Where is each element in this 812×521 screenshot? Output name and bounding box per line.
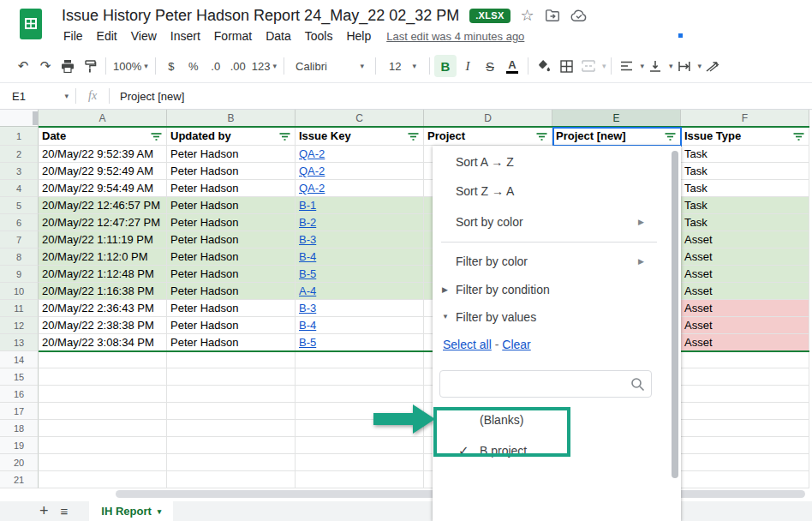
cell-A8[interactable]: 20/May/22 1:12:0 PM [39, 249, 167, 266]
cell-B6[interactable]: Peter Hadson [167, 214, 296, 231]
cell-B20[interactable] [167, 454, 296, 471]
issue-key-link[interactable]: B-1 [299, 199, 316, 212]
all-sheets-button[interactable]: ≡ [61, 504, 68, 518]
font-family-select[interactable]: Calibri▾ [289, 55, 371, 77]
increase-decimal-button[interactable]: .00 [227, 55, 249, 77]
cell-C2[interactable]: QA-2 [296, 146, 424, 163]
cell-C5[interactable]: B-1 [296, 197, 424, 214]
cell-C7[interactable]: B-3 [296, 231, 424, 249]
fill-color-button[interactable] [533, 55, 555, 77]
issue-key-link[interactable]: B-5 [299, 267, 316, 280]
row-header-2[interactable]: 2 [0, 146, 39, 163]
cloud-saved-icon[interactable] [570, 9, 588, 22]
chevron-down-icon[interactable]: ▾ [602, 62, 606, 70]
print-button[interactable] [57, 55, 79, 77]
cell-F19[interactable] [681, 437, 809, 454]
column-header-C[interactable]: C [296, 110, 424, 127]
document-title[interactable]: Issue History Peter Hadson Report 24_May… [62, 7, 459, 25]
row-header-18[interactable]: 18 [0, 420, 39, 437]
sort-a-to-z-item[interactable]: Sort A → Z [433, 149, 666, 175]
merge-cells-button[interactable] [577, 55, 600, 77]
cell-B4[interactable]: Peter Hadson [167, 180, 296, 197]
cell-F14[interactable] [681, 351, 809, 368]
row-header-8[interactable]: 8 [0, 249, 39, 266]
cell-B21[interactable] [167, 471, 296, 488]
sort-z-to-a-item[interactable]: Sort Z → A [433, 178, 666, 204]
format-percent-button[interactable]: % [182, 55, 205, 77]
menu-tools[interactable]: Tools [298, 27, 340, 45]
chevron-down-icon[interactable]: ▾ [669, 62, 673, 70]
clear-link[interactable]: Clear [502, 338, 530, 351]
formula-input[interactable]: Project [new] [110, 90, 184, 103]
row-header-17[interactable]: 17 [0, 403, 39, 420]
font-size-select[interactable]: 12▾ [380, 55, 425, 77]
cell-B17[interactable] [167, 403, 296, 420]
cell-B8[interactable]: Peter Hadson [167, 249, 296, 266]
cell-A5[interactable]: 20/May/22 12:46:57 PM [39, 197, 167, 214]
text-color-button[interactable]: A [501, 55, 523, 77]
issue-key-link[interactable]: B-4 [299, 319, 316, 332]
row-header-11[interactable]: 11 [0, 300, 39, 317]
menu-view[interactable]: View [124, 27, 164, 45]
menu-file[interactable]: File [57, 27, 90, 45]
row-header-12[interactable]: 12 [0, 317, 39, 334]
row-header-13[interactable]: 13 [0, 334, 39, 351]
row-header-7[interactable]: 7 [0, 231, 39, 249]
strikethrough-button[interactable]: S [479, 55, 501, 77]
cell-C8[interactable]: B-4 [296, 249, 424, 266]
cell-F10[interactable]: Asset [681, 283, 809, 300]
cell-A1[interactable]: Date [39, 127, 167, 146]
row-header-4[interactable]: 4 [0, 180, 39, 197]
cell-C21[interactable] [296, 471, 424, 488]
cell-A4[interactable]: 20/May/22 9:54:49 AM [39, 180, 167, 197]
cell-F20[interactable] [681, 454, 809, 471]
cell-B3[interactable]: Peter Hadson [167, 163, 296, 180]
cell-A16[interactable] [39, 386, 167, 403]
row-header-21[interactable]: 21 [0, 471, 39, 488]
more-formats-button[interactable]: 123▾ [249, 55, 279, 77]
menu-format[interactable]: Format [207, 27, 259, 45]
cell-C10[interactable]: A-4 [296, 283, 424, 300]
issue-key-link[interactable]: QA-2 [299, 165, 325, 177]
redo-button[interactable]: ↷ [34, 55, 57, 77]
move-folder-icon[interactable] [545, 9, 560, 22]
cell-A6[interactable]: 20/May/22 12:47:27 PM [39, 214, 167, 231]
row-header-3[interactable]: 3 [0, 163, 39, 180]
cell-A3[interactable]: 20/May/22 9:52:49 AM [39, 163, 167, 180]
cell-F9[interactable]: Asset [681, 266, 809, 283]
text-wrap-button[interactable] [673, 55, 696, 77]
row-header-1[interactable]: 1 [0, 127, 39, 146]
row-header-9[interactable]: 9 [0, 266, 39, 283]
paint-format-button[interactable] [79, 55, 101, 77]
cell-F11[interactable]: Asset [681, 300, 809, 317]
cell-A21[interactable] [39, 471, 167, 488]
zoom-select[interactable]: 100%▾ [110, 55, 151, 77]
cell-A7[interactable]: 20/May/22 1:11:19 PM [39, 231, 167, 249]
filter-menu-scrollbar-thumb[interactable] [672, 151, 678, 478]
cell-F4[interactable]: Task [681, 180, 809, 197]
cell-B19[interactable] [167, 437, 296, 454]
cell-D1[interactable]: Project [424, 127, 552, 146]
row-header-19[interactable]: 19 [0, 437, 39, 454]
filter-search-input[interactable] [447, 372, 627, 396]
filter-funnel-icon[interactable] [408, 132, 419, 141]
cell-A11[interactable]: 20/May/22 2:36:43 PM [39, 300, 167, 317]
row-header-14[interactable]: 14 [0, 351, 39, 368]
select-all-link[interactable]: Select all [443, 338, 492, 351]
issue-key-link[interactable]: B-4 [299, 250, 316, 263]
cell-F3[interactable]: Task [681, 163, 809, 180]
row-header-20[interactable]: 20 [0, 454, 39, 471]
issue-key-link[interactable]: QA-2 [299, 182, 325, 195]
cell-A19[interactable] [39, 437, 167, 454]
vertical-align-button[interactable] [644, 55, 666, 77]
italic-button[interactable]: I [457, 55, 479, 77]
cell-B2[interactable]: Peter Hadson [167, 146, 296, 163]
column-header-A[interactable]: A [39, 110, 167, 127]
add-sheet-button[interactable]: + [39, 502, 49, 520]
format-currency-button[interactable]: $ [160, 55, 182, 77]
row-header-16[interactable]: 16 [0, 386, 39, 403]
last-edit-link[interactable]: Last edit was 4 minutes ago [386, 30, 524, 43]
cell-C20[interactable] [296, 454, 424, 471]
cell-B1[interactable]: Updated by [167, 127, 296, 146]
cell-A10[interactable]: 20/May/22 1:16:38 PM [39, 283, 167, 300]
